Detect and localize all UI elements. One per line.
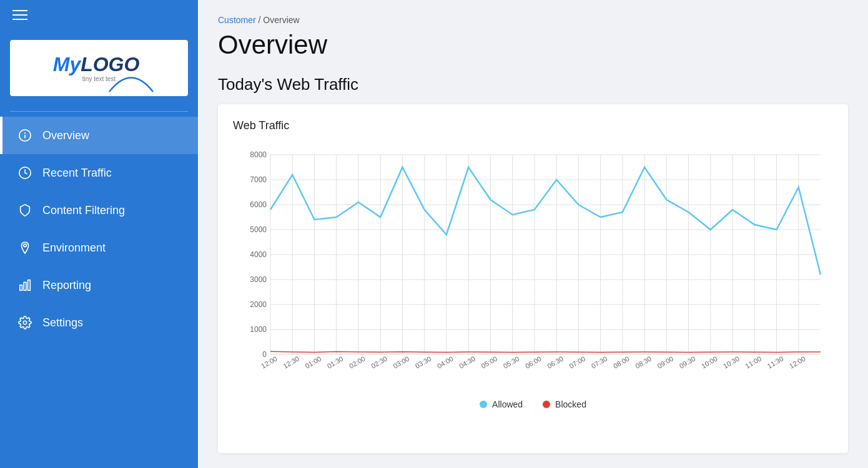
sidebar-item-content-filtering[interactable]: Content Filtering <box>0 192 198 229</box>
chart-card: Web Traffic Allowed Blocked <box>218 104 848 453</box>
main-content: Customer / Overview Overview Today's Web… <box>198 0 868 468</box>
legend-label-allowed: Allowed <box>492 399 523 409</box>
svg-rect-7 <box>28 280 31 291</box>
legend-dot-blocked <box>543 401 550 408</box>
breadcrumb-current: Overview <box>263 15 299 25</box>
clock-icon <box>17 165 32 180</box>
logo-area: MyLOGO tiny text test <box>10 40 188 96</box>
shield-icon <box>17 203 32 218</box>
legend-dot-allowed <box>480 401 487 408</box>
gear-icon <box>17 315 32 330</box>
svg-point-8 <box>23 321 27 324</box>
sidebar-item-overview[interactable]: Overview <box>0 117 198 154</box>
legend-allowed: Allowed <box>480 399 523 409</box>
sidebar-item-label-settings: Settings <box>42 316 83 329</box>
sidebar-item-settings[interactable]: Settings <box>0 304 198 341</box>
sidebar-item-label-environment: Environment <box>42 241 106 255</box>
sidebar-divider <box>10 111 188 112</box>
breadcrumb-parent[interactable]: Customer <box>218 15 256 25</box>
sidebar-item-label-overview: Overview <box>42 129 89 142</box>
breadcrumb: Customer / Overview <box>218 15 848 25</box>
sidebar-item-label-content-filtering: Content Filtering <box>42 204 125 217</box>
sidebar: MyLOGO tiny text test Overview Recent Tr… <box>0 0 198 468</box>
chart-legend: Allowed Blocked <box>233 399 833 409</box>
page-title: Overview <box>218 30 848 60</box>
sidebar-item-reporting[interactable]: Reporting <box>0 266 198 304</box>
legend-blocked: Blocked <box>543 399 586 409</box>
info-circle-icon <box>17 128 32 143</box>
sidebar-item-label-recent-traffic: Recent Traffic <box>42 167 112 180</box>
sidebar-item-label-reporting: Reporting <box>42 279 91 292</box>
location-pin-icon <box>17 240 32 255</box>
svg-rect-6 <box>24 282 26 290</box>
sidebar-item-recent-traffic[interactable]: Recent Traffic <box>0 154 198 192</box>
svg-rect-5 <box>20 285 22 290</box>
sidebar-item-environment[interactable]: Environment <box>0 229 198 266</box>
chart-container <box>233 142 833 392</box>
hamburger-button[interactable] <box>0 0 198 30</box>
logo-my: My <box>53 53 81 76</box>
svg-point-4 <box>24 244 27 247</box>
section-title: Today's Web Traffic <box>218 75 848 94</box>
bar-chart-icon <box>17 278 32 293</box>
chart-title: Web Traffic <box>233 119 833 132</box>
legend-label-blocked: Blocked <box>555 399 586 409</box>
